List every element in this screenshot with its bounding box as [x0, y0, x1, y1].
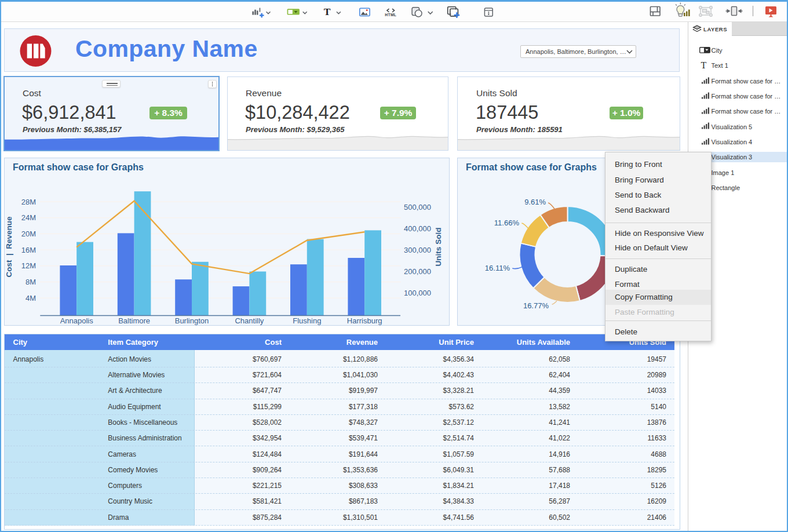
- svg-text:Harrisburg: Harrisburg: [347, 316, 382, 325]
- svg-text:HTML: HTML: [385, 13, 396, 17]
- svg-text:24M: 24M: [21, 213, 36, 222]
- svg-text:8M: 8M: [25, 278, 36, 286]
- svg-text:12M: 12M: [21, 261, 36, 270]
- svg-text:Baltimore: Baltimore: [118, 316, 150, 325]
- svg-text:Units Sold: Units Sold: [434, 228, 443, 267]
- svg-text:11.66%: 11.66%: [494, 218, 520, 227]
- svg-text:4M: 4M: [25, 294, 36, 303]
- svg-text:20M: 20M: [21, 229, 36, 238]
- svg-text:28M: 28M: [21, 198, 36, 206]
- svg-text:300,000: 300,000: [404, 246, 431, 254]
- svg-text:16M: 16M: [21, 246, 36, 254]
- svg-text:9.61%: 9.61%: [524, 198, 546, 206]
- svg-text:16.77%: 16.77%: [523, 301, 549, 310]
- svg-text:Flushing: Flushing: [293, 316, 321, 325]
- svg-text:100,000: 100,000: [404, 289, 431, 297]
- svg-text:400,000: 400,000: [404, 224, 431, 233]
- svg-text:Burlington: Burlington: [175, 316, 209, 325]
- svg-text:Cost | Revenue: Cost | Revenue: [5, 216, 13, 278]
- svg-text:500,000: 500,000: [404, 203, 431, 212]
- svg-text:Annapolis: Annapolis: [60, 316, 94, 325]
- svg-text:Chantilly: Chantilly: [235, 316, 264, 325]
- svg-text:T: T: [324, 6, 331, 17]
- svg-text:200,000: 200,000: [404, 267, 431, 276]
- svg-text:16.11%: 16.11%: [485, 264, 510, 272]
